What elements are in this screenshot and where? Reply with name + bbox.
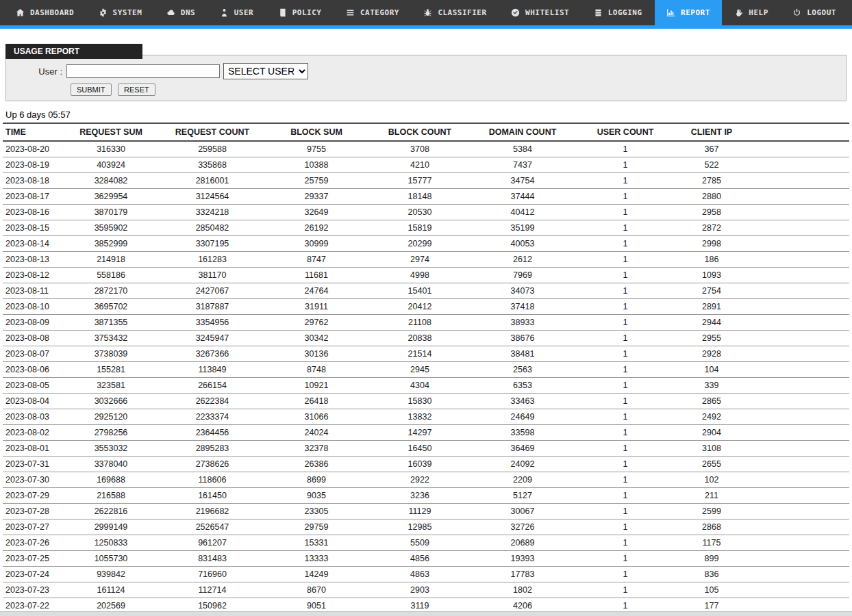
nav-item-classifier[interactable]: CLASSIFIER — [412, 0, 498, 25]
cell-request-sum: 1250833 — [62, 535, 160, 551]
nav-item-user[interactable]: USER — [208, 0, 266, 25]
nav-item-dns[interactable]: DNS — [155, 0, 207, 25]
cell-time: 2023-08-13 — [3, 252, 62, 268]
cell-time: 2023-08-10 — [3, 299, 62, 315]
cell-client-ip: 2880 — [677, 189, 747, 205]
cell-domain-count: 35199 — [471, 220, 574, 236]
cell-request-sum: 2925120 — [62, 409, 160, 425]
cell-time: 2023-08-02 — [3, 425, 62, 441]
nav-item-category[interactable]: CATEGORY — [334, 0, 411, 25]
cell-filler — [747, 472, 849, 488]
table-row: 2023-08-06 155281 113849 8748 2945 2563 … — [3, 362, 849, 378]
cell-request-sum: 316330 — [62, 141, 160, 157]
cell-block-sum: 32649 — [264, 205, 368, 220]
table-row: 2023-07-29 216588 161450 9035 3236 5127 … — [3, 488, 849, 504]
cell-client-ip: 339 — [677, 378, 747, 394]
cell-block-count: 4304 — [368, 378, 471, 394]
cell-request-sum: 3032666 — [62, 394, 160, 409]
nav-item-logging[interactable]: LOGGING — [582, 0, 654, 25]
table-row: 2023-08-20 316330 259588 9755 3708 5384 … — [3, 141, 849, 157]
cell-domain-count: 5384 — [471, 141, 574, 157]
cell-block-sum: 30342 — [264, 331, 368, 346]
cell-block-count: 3708 — [368, 141, 471, 157]
user-input[interactable] — [66, 64, 220, 78]
cell-request-count: 161450 — [160, 488, 264, 504]
cell-request-sum: 403924 — [62, 157, 160, 173]
cell-time: 2023-08-03 — [3, 409, 62, 425]
cell-domain-count: 33463 — [471, 394, 574, 409]
cell-block-count: 15777 — [368, 173, 471, 189]
cell-block-sum: 24024 — [264, 425, 368, 441]
cell-user-count: 1 — [574, 205, 677, 220]
cell-user-count: 1 — [574, 457, 677, 472]
cell-request-count: 2526547 — [160, 519, 264, 535]
cell-request-count: 266154 — [160, 378, 264, 394]
cell-filler — [747, 173, 849, 189]
cell-user-count: 1 — [574, 220, 677, 236]
nav-item-whitelist[interactable]: WHITELIST — [499, 0, 581, 25]
horizontal-scrollbar[interactable] — [0, 611, 852, 616]
cell-time: 2023-07-26 — [3, 535, 62, 551]
cell-request-count: 961207 — [160, 535, 264, 551]
home-icon — [16, 8, 25, 17]
cell-block-sum: 11681 — [264, 268, 368, 283]
cell-domain-count: 36469 — [471, 441, 574, 457]
cell-filler — [747, 331, 849, 346]
cell-client-ip: 2928 — [677, 346, 747, 362]
cell-time: 2023-08-20 — [3, 141, 62, 157]
user-select[interactable]: SELECT USER — [223, 63, 308, 79]
cell-block-sum: 8670 — [264, 582, 368, 598]
cell-request-sum: 558186 — [62, 268, 160, 283]
cell-request-count: 3324218 — [160, 205, 264, 220]
cell-client-ip: 2958 — [677, 205, 747, 220]
table-row: 2023-08-17 3629954 3124564 29337 18148 3… — [3, 189, 849, 205]
cell-time: 2023-07-25 — [3, 551, 62, 567]
nav-item-help[interactable]: HELP — [723, 0, 780, 25]
top-navbar: DASHBOARD SYSTEM DNS USER POLICY CATEGOR… — [0, 0, 852, 29]
reset-button[interactable]: RESET — [118, 84, 155, 96]
cell-block-count: 20838 — [368, 331, 471, 346]
cell-filler — [747, 504, 849, 519]
cell-block-count: 20530 — [368, 205, 471, 220]
cell-block-sum: 10388 — [264, 157, 368, 173]
cell-request-count: 2738626 — [160, 457, 264, 472]
cell-block-sum: 8747 — [264, 252, 368, 268]
cell-block-sum: 29762 — [264, 315, 368, 331]
cell-user-count: 1 — [574, 315, 677, 331]
cell-block-sum: 25759 — [264, 173, 368, 189]
check-circle-icon — [511, 8, 520, 17]
submit-button[interactable]: SUBMIT — [71, 84, 112, 96]
cell-client-ip: 2754 — [677, 283, 747, 299]
cell-client-ip: 105 — [677, 582, 747, 598]
cell-block-count: 2922 — [368, 472, 471, 488]
cell-request-sum: 323581 — [62, 378, 160, 394]
cell-domain-count: 40053 — [471, 236, 574, 252]
table-row: 2023-08-08 3753432 3245947 30342 20838 3… — [3, 331, 849, 346]
cell-client-ip: 2872 — [677, 220, 747, 236]
cell-user-count: 1 — [574, 425, 677, 441]
table-row: 2023-08-07 3738039 3267366 30136 21514 3… — [3, 346, 849, 362]
cell-user-count: 1 — [574, 331, 677, 346]
user-label: User : — [13, 66, 66, 77]
nav-item-policy[interactable]: POLICY — [266, 0, 334, 25]
cell-request-count: 2196682 — [160, 504, 264, 519]
cell-time: 2023-08-07 — [3, 346, 62, 362]
cell-domain-count: 19393 — [471, 551, 574, 567]
cell-block-count: 14297 — [368, 425, 471, 441]
cell-block-count: 13832 — [368, 409, 471, 425]
cell-request-count: 716960 — [160, 567, 264, 582]
cell-time: 2023-07-31 — [3, 457, 62, 472]
nav-item-dashboard[interactable]: DASHBOARD — [4, 0, 86, 25]
nav-item-logout[interactable]: LOGOUT — [781, 0, 848, 25]
cell-client-ip: 104 — [677, 362, 747, 378]
table-row: 2023-08-10 3695702 3187887 31911 20412 3… — [3, 299, 849, 315]
cell-request-sum: 214918 — [62, 252, 160, 268]
table-row: 2023-08-18 3284082 2816001 25759 15777 3… — [3, 173, 849, 189]
cell-client-ip: 2599 — [677, 504, 747, 519]
cell-user-count: 1 — [574, 236, 677, 252]
nav-item-report[interactable]: REPORT — [655, 0, 722, 25]
cell-user-count: 1 — [574, 173, 677, 189]
cell-block-count: 15401 — [368, 283, 471, 299]
cell-client-ip: 2655 — [677, 457, 747, 472]
nav-item-system[interactable]: SYSTEM — [87, 0, 154, 25]
